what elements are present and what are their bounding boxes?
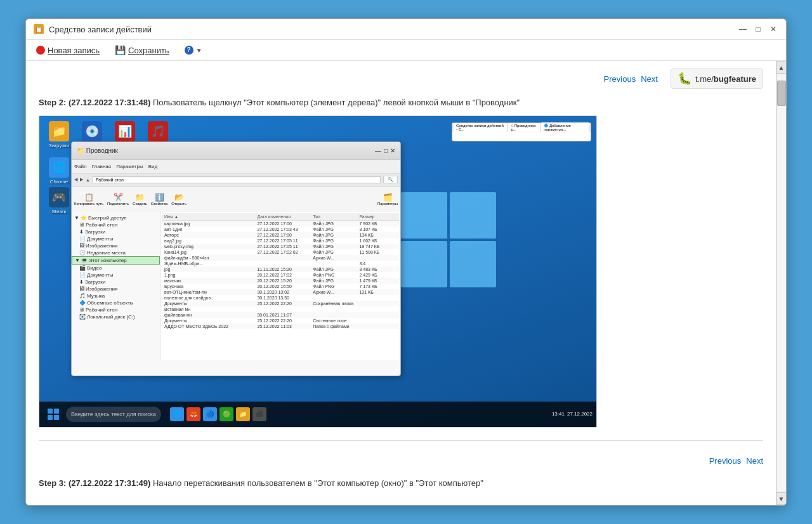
- maximize-button[interactable]: □: [753, 24, 763, 34]
- scroll-thumb[interactable]: [777, 81, 786, 106]
- file-row-2[interactable]: авт-1дня27.12.2022 17:03 43Файл JPG3 107…: [162, 226, 399, 232]
- explorer-menu-tools[interactable]: Вид: [148, 164, 157, 169]
- explorer-menu-edit[interactable]: Главная: [92, 164, 111, 169]
- file-row-10[interactable]: 1.png20.12.2022 17:02Файл PNG2 429 КБ: [162, 272, 399, 278]
- taskbar-search[interactable]: Введите здесь текст для поиска: [66, 407, 161, 422]
- tree-music[interactable]: 🎵 Музыка: [72, 292, 160, 299]
- file-date-19: 25.12.2022 11:03: [257, 324, 313, 329]
- close-button[interactable]: ✕: [768, 24, 778, 34]
- next-link-bottom[interactable]: Next: [746, 456, 763, 466]
- desktop-icon-label-downloads: Загрузки: [49, 143, 69, 149]
- col-date[interactable]: Дата изменения: [257, 214, 313, 219]
- tree-video[interactable]: 🎬 Видео: [72, 265, 160, 272]
- tree-docs2[interactable]: 📄 Документы: [72, 272, 160, 278]
- file-row-17[interactable]: файловая мн30.01.2021 11:07: [162, 312, 399, 318]
- toolbar: Новая запись 💾 Сохранить ? ▼: [26, 40, 786, 61]
- content-area: Previous Next 🐛 t.me/bugfeature Step 2: …: [26, 61, 786, 505]
- tree-dl2[interactable]: ⬇ Загрузки: [72, 278, 160, 285]
- step2-description: Пользователь щелкнул "Этот компьютер (эл…: [153, 98, 520, 107]
- file-row-19[interactable]: АДДО ОТ МЕСТО ЗДЕСЬ 202225.12.2022 11:03…: [162, 324, 399, 329]
- tree-desktop[interactable]: 🖥 Рабочий стол: [72, 221, 160, 228]
- new-record-button[interactable]: Новая запись: [34, 44, 102, 56]
- tree-icon-docs2: 📄: [79, 272, 86, 278]
- tree-docs[interactable]: 📄 Документы: [72, 235, 160, 242]
- file-row-8[interactable]: Ждём-НМВ-обра...3.4: [162, 261, 399, 266]
- search-bar[interactable]: 🔍: [383, 176, 398, 183]
- ribbon-btn-view[interactable]: 🗂️ Параметры: [377, 193, 398, 206]
- ribbon-btn-copy[interactable]: 📋 Копировать путь: [74, 193, 103, 206]
- explorer-close-btn[interactable]: ✕: [390, 147, 395, 154]
- top-nav-bar: Previous Next 🐛 t.me/bugfeature: [39, 61, 763, 96]
- explorer-min-btn[interactable]: —: [375, 147, 381, 154]
- explorer-menu-file[interactable]: Файл: [74, 164, 87, 169]
- file-row-11[interactable]: мальчик20.12.2022 15:20Файл JPG1 479 КБ: [162, 278, 399, 284]
- file-row-7[interactable]: файл-ждём - 500×4знАрхив W...: [162, 255, 399, 261]
- ribbon-nav-back[interactable]: ◀: [74, 177, 77, 182]
- file-type-8: [313, 261, 359, 266]
- screenshot-desktop: 📁 Загрузки 💿 Свежий диск 📊 Расход: [39, 116, 597, 427]
- col-name[interactable]: Имя ▲: [164, 214, 257, 219]
- file-row-4[interactable]: вид2.jpg27.12.2022 17:05 11Файл JPG1 602…: [162, 238, 399, 244]
- file-row-14[interactable]: полезное для слайдов30.1.2020 13:50: [162, 295, 399, 301]
- file-row-18[interactable]: Документы25.12.2022 22:20Системное поле: [162, 318, 399, 324]
- ribbon-nav-fwd[interactable]: ▶: [80, 177, 83, 182]
- desktop-icon-label-steam: Steam: [51, 209, 66, 215]
- file-row-16[interactable]: Вставная мн: [162, 306, 399, 312]
- taskbar-icon-edge[interactable]: 🌐: [170, 407, 184, 421]
- file-row-6[interactable]: Кана14.jpg27.12.2022 17:02 02Файл JPG11 …: [162, 249, 399, 255]
- save-button[interactable]: 💾 Сохранить: [112, 44, 172, 56]
- taskbar-icon-chrome[interactable]: 🔵: [203, 407, 217, 421]
- file-row-1[interactable]: картинка.jpg27.12.2022 17:00Файл JPG7 90…: [162, 221, 399, 226]
- file-type-11: Файл JPG: [313, 278, 359, 283]
- scroll-track[interactable]: [776, 74, 787, 492]
- help-button[interactable]: ? ▼: [182, 44, 205, 56]
- taskbar-icon-terminal[interactable]: ⬛: [252, 407, 266, 421]
- tree-this-pc[interactable]: ▼ 💻 Этот компьютер: [72, 256, 160, 265]
- file-row-9[interactable]: jpg11.11.2022 15:20Файл JPG3 483 КБ: [162, 266, 399, 272]
- brand-prefix: t.me/: [695, 74, 714, 84]
- scroll-up-button[interactable]: ▲: [776, 61, 787, 74]
- tree-images[interactable]: 🖼 Изображения: [72, 242, 160, 249]
- tree-icon-music: 🎵: [79, 293, 86, 299]
- tree-c-drive[interactable]: 💽 Локальный диск (C:): [72, 313, 160, 320]
- ribbon-btn-props[interactable]: ℹ️ Свойства: [151, 193, 167, 206]
- taskbar-icon-folder[interactable]: 📁: [236, 407, 250, 421]
- tree-rdsk[interactable]: 🖥 Рабочий стол: [72, 306, 160, 313]
- file-row-13[interactable]: вот-ОТЦ-мне/том-ли30.1.2020 13:02Архив W…: [162, 289, 399, 295]
- file-row-5[interactable]: web-proxy-img27.12.2022 17:05 11Файл JPG…: [162, 244, 399, 249]
- tree-downloads[interactable]: ⬇ Загрузки: [72, 228, 160, 235]
- file-row-12[interactable]: Брусника20.12.2022 16:50Файл PNG7 173 КБ: [162, 284, 399, 289]
- taskbar-start-button[interactable]: [44, 405, 62, 423]
- desktop-icon-img-raskhod: 📊: [115, 121, 135, 141]
- tree-3d[interactable]: 🔷 Объемные объекты: [72, 299, 160, 306]
- ribbon-btn-new[interactable]: 📁 Создать: [133, 193, 147, 206]
- address-bar[interactable]: Рабочий стол: [93, 176, 381, 183]
- ribbon-nav-up[interactable]: ▲: [86, 178, 90, 182]
- tree-recent[interactable]: 🕒 Недавние места: [72, 249, 160, 256]
- previous-link-bottom[interactable]: Previous: [709, 456, 742, 466]
- file-type-10: Файл PNG: [313, 273, 359, 277]
- step2-title: Step 2: (27.12.2022 17:31:48) Пользовате…: [39, 96, 763, 109]
- file-row-15[interactable]: Документы25.12.2022 22:20Сохранённая пап…: [162, 301, 399, 306]
- tree-quick-access[interactable]: ▼ ⭐ Быстрый доступ: [72, 214, 160, 221]
- file-type-6: Файл JPG: [313, 250, 359, 254]
- tree-icon-rdsk: 🖥: [79, 307, 84, 313]
- ribbon-btn-delete[interactable]: ✂️ Подключить: [107, 193, 129, 206]
- file-name-8: Ждём-НМВ-обра...: [164, 261, 257, 266]
- scroll-down-button[interactable]: ▼: [776, 492, 787, 505]
- previous-link-top[interactable]: Previous: [604, 74, 636, 84]
- tree-images2[interactable]: 🖼 Изображения: [72, 285, 160, 292]
- step2-screenshot: 📁 Загрузки 💿 Свежий диск 📊 Расход: [39, 115, 597, 428]
- explorer-menu-view[interactable]: Параметры: [116, 164, 143, 169]
- taskbar-icon-firefox[interactable]: 🦊: [187, 407, 200, 421]
- minimize-button[interactable]: —: [738, 24, 748, 34]
- section-divider: [39, 440, 763, 441]
- file-row-3[interactable]: Авторс27.12.2022 17:00Файл JPG134 КБ: [162, 232, 399, 238]
- file-size-19: [359, 324, 396, 329]
- taskbar-icon-app1[interactable]: 🟢: [219, 407, 233, 421]
- ribbon-btn-open[interactable]: 📂 Открыть: [171, 193, 187, 206]
- explorer-max-btn[interactable]: □: [384, 147, 388, 154]
- col-type[interactable]: Тип: [313, 214, 359, 219]
- next-link-top[interactable]: Next: [641, 74, 658, 84]
- col-size[interactable]: Размер: [359, 214, 396, 219]
